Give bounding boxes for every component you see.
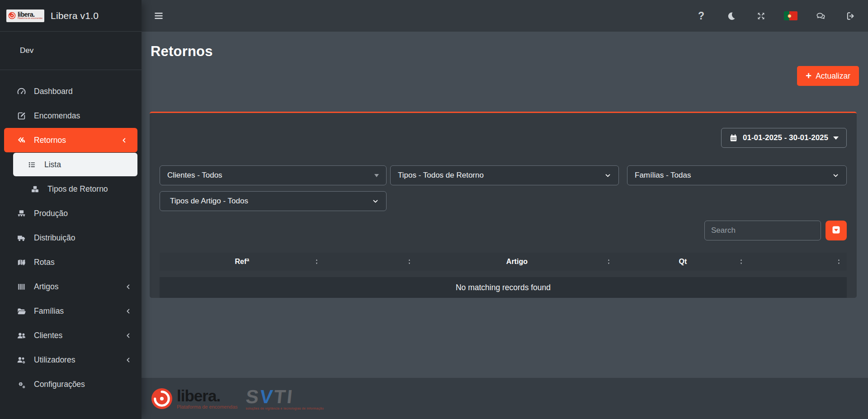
portugal-flag-icon xyxy=(784,11,797,20)
sidebar-item-label: Utilizadores xyxy=(34,355,75,365)
pen-square-icon xyxy=(15,111,27,121)
brand[interactable]: libera. Plataforma de encomendas Libera … xyxy=(0,0,142,32)
boxes-icon xyxy=(29,185,41,193)
pallet-icon xyxy=(15,209,27,218)
help-button[interactable]: ? xyxy=(695,10,707,22)
menu-toggle-button[interactable] xyxy=(153,10,164,21)
footer-libera-text: libera. xyxy=(177,388,238,404)
page-title: Retornos xyxy=(151,43,859,60)
libera-logo: libera. Plataforma de encomendas xyxy=(6,9,44,22)
messages-button[interactable] xyxy=(815,10,826,22)
footer-libera-tagline: Plataforma de encomendas xyxy=(177,405,238,410)
sidebar-item-label: Lista xyxy=(44,160,61,169)
select-tipos-retorno[interactable]: Tipos - Todos de Retorno xyxy=(390,165,619,185)
sidebar-item-encomendas[interactable]: Encomendas xyxy=(0,104,142,128)
footer-svti-logo: SVTI soluções de vigilância e tecnologia… xyxy=(246,387,324,410)
search-input[interactable] xyxy=(704,221,821,240)
language-button[interactable] xyxy=(785,10,797,22)
column-header-ref-[interactable]: Refª xyxy=(160,253,325,271)
update-button-label: Actualizar xyxy=(816,71,850,81)
libera-swirl-icon xyxy=(8,12,16,19)
sidebar-item-label: Encomendas xyxy=(34,111,80,121)
chevron-down-icon xyxy=(604,172,611,179)
topbar: ? xyxy=(142,0,868,32)
sort-icon xyxy=(313,258,320,266)
select-tipos-artigo[interactable]: Tipos de Artigo - Todos xyxy=(160,191,387,211)
column-header-blank-1[interactable] xyxy=(325,253,417,271)
retornos-table: Refª Artigo Qt No matching records found xyxy=(160,253,847,298)
sidebar: libera. Plataforma de encomendas Libera … xyxy=(0,0,142,419)
footer: libera. Plataforma de encomendas SVTI so… xyxy=(142,378,868,419)
sidebar-item-familias[interactable]: Famílias xyxy=(0,299,142,323)
sidebar-item-tipos-de-retorno[interactable]: Tipos de Retorno xyxy=(0,177,142,201)
sidebar-item-label: Tipos de Retorno xyxy=(47,184,108,194)
sidebar-item-utilizadores[interactable]: Utilizadores xyxy=(0,348,142,372)
select-clientes[interactable]: Clientes - Todos xyxy=(160,165,387,185)
sidebar-item-lista[interactable]: Lista xyxy=(13,153,137,176)
footer-svti-text: SVTI xyxy=(245,387,325,406)
sidebar-item-producao[interactable]: Produção xyxy=(0,201,142,226)
sort-icon xyxy=(406,258,413,266)
chevron-left-icon xyxy=(125,357,132,363)
footer-libera-logo: libera. Plataforma de encomendas xyxy=(151,387,238,410)
select-value: Clientes - Todos xyxy=(167,171,222,180)
date-range-value: 01-01-2025 - 30-01-2025 xyxy=(743,133,828,142)
libera-swirl-icon xyxy=(151,387,173,410)
chevron-left-icon xyxy=(125,332,132,339)
sidebar-item-artigos[interactable]: Artigos xyxy=(0,274,142,299)
sidebar-item-label: Dashboard xyxy=(34,87,73,96)
update-button[interactable]: Actualizar xyxy=(797,66,859,86)
logout-button[interactable] xyxy=(844,10,856,22)
sidebar-item-label: Artigos xyxy=(34,282,58,292)
reply-all-icon xyxy=(15,136,27,145)
sidebar-item-label: Produção xyxy=(34,209,68,218)
sidebar-item-label: Configurações xyxy=(34,380,85,389)
select-value: Tipos de Artigo - Todos xyxy=(170,197,248,206)
search-columns-button[interactable] xyxy=(826,221,847,240)
sidebar-item-rotas[interactable]: Rotas xyxy=(0,250,142,274)
main-content: Retornos Actualizar 01-01-2025 - 30-01-2… xyxy=(142,32,868,419)
sidebar-item-retornos[interactable]: Retornos xyxy=(4,128,137,152)
gears-icon xyxy=(15,380,27,389)
dark-mode-button[interactable] xyxy=(725,10,737,22)
sidebar-item-dashboard[interactable]: Dashboard xyxy=(0,79,142,104)
topbar-actions: ? xyxy=(695,10,856,22)
filters-row: Clientes - Todos Tipos - Todos de Retorn… xyxy=(160,165,847,211)
caret-down-icon xyxy=(374,174,379,179)
chevron-down-icon xyxy=(372,198,379,205)
column-header-qt[interactable]: Qt xyxy=(617,253,749,271)
list-icon xyxy=(26,160,38,169)
sort-icon xyxy=(605,258,612,266)
square-caret-down-icon xyxy=(831,225,841,236)
sidebar-item-distribuicao[interactable]: Distribuição xyxy=(0,226,142,250)
sidebar-item-label: Famílias xyxy=(34,306,64,316)
column-label: Qt xyxy=(679,258,687,266)
gauge-icon xyxy=(15,87,27,96)
date-range-picker[interactable]: 01-01-2025 - 30-01-2025 xyxy=(721,128,847,148)
users-gear-icon xyxy=(15,355,27,365)
folder-open-icon xyxy=(15,306,27,316)
sidebar-item-label: Distribuição xyxy=(34,233,75,243)
column-label: Artigo xyxy=(506,258,528,266)
column-header-blank-4[interactable] xyxy=(749,253,847,271)
column-header-artigo[interactable]: Artigo xyxy=(417,253,617,271)
chevron-left-icon xyxy=(125,283,132,290)
retornos-card: 01-01-2025 - 30-01-2025 Clientes - Todos… xyxy=(150,112,857,298)
users-icon xyxy=(15,331,27,340)
sort-icon xyxy=(738,258,745,266)
truck-icon xyxy=(15,233,27,243)
select-value: Tipos - Todos de Retorno xyxy=(398,171,484,180)
sidebar-item-configuracoes[interactable]: Configurações xyxy=(0,372,142,396)
app-title: Libera v1.0 xyxy=(51,10,99,21)
column-label: Refª xyxy=(235,258,250,266)
sidebar-item-clientes[interactable]: Clientes xyxy=(0,323,142,348)
user-panel[interactable]: Dev xyxy=(0,32,142,70)
table-header: Refª Artigo Qt xyxy=(160,253,847,271)
chevron-left-icon xyxy=(125,308,132,315)
chevron-left-icon xyxy=(121,137,127,144)
chevron-down-icon xyxy=(832,172,839,179)
logo-text: libera. xyxy=(18,11,42,18)
caret-down-icon xyxy=(833,137,839,142)
fullscreen-button[interactable] xyxy=(755,10,767,22)
select-familias[interactable]: Famílias - Todas xyxy=(627,165,847,185)
